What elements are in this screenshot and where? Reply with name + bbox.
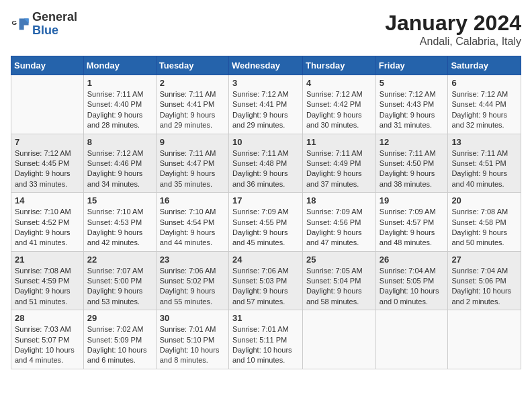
day-number: 4 (306, 78, 372, 88)
calendar-cell: 16Sunrise: 7:10 AMSunset: 4:54 PMDayligh… (156, 193, 228, 252)
day-number: 11 (306, 137, 372, 147)
calendar-header-row: SundayMondayTuesdayWednesdayThursdayFrid… (11, 56, 521, 75)
day-info: Sunrise: 7:11 AMSunset: 4:51 PMDaylight:… (451, 148, 517, 190)
day-number: 17 (232, 195, 299, 205)
logo-icon: G (11, 15, 30, 34)
calendar-cell: 23Sunrise: 7:06 AMSunset: 5:02 PMDayligh… (156, 251, 228, 310)
day-number: 20 (451, 195, 517, 205)
calendar-cell: 27Sunrise: 7:04 AMSunset: 5:06 PMDayligh… (448, 251, 521, 310)
day-number: 7 (15, 137, 80, 147)
calendar-cell: 19Sunrise: 7:09 AMSunset: 4:57 PMDayligh… (375, 193, 448, 252)
calendar-cell: 10Sunrise: 7:11 AMSunset: 4:48 PMDayligh… (228, 134, 302, 193)
day-number: 18 (306, 195, 372, 205)
day-number: 25 (306, 255, 372, 265)
day-number: 28 (15, 313, 80, 323)
weekday-header: Saturday (448, 56, 521, 75)
day-info: Sunrise: 7:06 AMSunset: 5:03 PMDaylight:… (232, 266, 299, 308)
calendar-cell: 9Sunrise: 7:11 AMSunset: 4:47 PMDaylight… (156, 134, 228, 193)
day-info: Sunrise: 7:01 AMSunset: 5:10 PMDaylight:… (160, 324, 225, 366)
day-info: Sunrise: 7:09 AMSunset: 4:57 PMDaylight:… (380, 207, 445, 248)
day-number: 27 (451, 255, 517, 265)
calendar-cell: 18Sunrise: 7:09 AMSunset: 4:56 PMDayligh… (303, 193, 376, 252)
day-info: Sunrise: 7:12 AMSunset: 4:43 PMDaylight:… (380, 89, 445, 131)
day-number: 19 (380, 195, 445, 205)
calendar-cell (375, 310, 448, 369)
calendar-cell: 30Sunrise: 7:01 AMSunset: 5:10 PMDayligh… (156, 310, 228, 369)
calendar-cell: 4Sunrise: 7:12 AMSunset: 4:42 PMDaylight… (303, 75, 376, 134)
day-number: 13 (451, 137, 517, 147)
day-info: Sunrise: 7:11 AMSunset: 4:50 PMDaylight:… (380, 148, 445, 190)
day-info: Sunrise: 7:06 AMSunset: 5:02 PMDaylight:… (160, 266, 225, 308)
day-info: Sunrise: 7:07 AMSunset: 5:00 PMDaylight:… (87, 266, 152, 308)
day-number: 26 (380, 255, 445, 265)
weekday-header: Monday (83, 56, 156, 75)
calendar-week-row: 28Sunrise: 7:03 AMSunset: 5:07 PMDayligh… (11, 310, 521, 369)
calendar-cell: 31Sunrise: 7:01 AMSunset: 5:11 PMDayligh… (228, 310, 302, 369)
calendar-cell (11, 75, 84, 134)
day-number: 3 (232, 78, 299, 88)
weekday-header: Friday (375, 56, 448, 75)
day-info: Sunrise: 7:01 AMSunset: 5:11 PMDaylight:… (232, 324, 299, 366)
day-number: 6 (451, 78, 517, 88)
day-number: 30 (160, 313, 225, 323)
calendar-cell: 17Sunrise: 7:09 AMSunset: 4:55 PMDayligh… (228, 193, 302, 252)
day-number: 1 (87, 78, 152, 88)
page-header: G General Blue January 2024 Andali, Cala… (11, 11, 521, 48)
svg-text:G: G (11, 19, 17, 26)
calendar-cell: 5Sunrise: 7:12 AMSunset: 4:43 PMDaylight… (375, 75, 448, 134)
day-info: Sunrise: 7:10 AMSunset: 4:54 PMDaylight:… (160, 207, 225, 248)
day-info: Sunrise: 7:09 AMSunset: 4:56 PMDaylight:… (306, 207, 372, 248)
day-number: 31 (232, 313, 299, 323)
day-info: Sunrise: 7:11 AMSunset: 4:47 PMDaylight:… (160, 148, 225, 190)
day-number: 12 (380, 137, 445, 147)
calendar-week-row: 7Sunrise: 7:12 AMSunset: 4:45 PMDaylight… (11, 134, 521, 193)
day-info: Sunrise: 7:12 AMSunset: 4:42 PMDaylight:… (306, 89, 372, 131)
day-info: Sunrise: 7:10 AMSunset: 4:52 PMDaylight:… (15, 207, 80, 248)
day-info: Sunrise: 7:08 AMSunset: 4:59 PMDaylight:… (15, 266, 80, 308)
page-title: January 2024 (385, 11, 521, 36)
day-number: 23 (160, 255, 225, 265)
day-number: 5 (380, 78, 445, 88)
day-number: 22 (87, 255, 152, 265)
calendar-cell: 12Sunrise: 7:11 AMSunset: 4:50 PMDayligh… (375, 134, 448, 193)
calendar-cell (303, 310, 376, 369)
weekday-header: Tuesday (156, 56, 228, 75)
day-number: 16 (160, 195, 225, 205)
day-number: 15 (87, 195, 152, 205)
day-info: Sunrise: 7:10 AMSunset: 4:53 PMDaylight:… (87, 207, 152, 248)
logo-text: General Blue (32, 11, 77, 38)
calendar-cell: 15Sunrise: 7:10 AMSunset: 4:53 PMDayligh… (83, 193, 156, 252)
day-info: Sunrise: 7:12 AMSunset: 4:45 PMDaylight:… (15, 148, 80, 190)
calendar-cell (448, 310, 521, 369)
day-number: 14 (15, 195, 80, 205)
day-number: 24 (232, 255, 299, 265)
weekday-header: Wednesday (228, 56, 302, 75)
title-block: January 2024 Andali, Calabria, Italy (385, 11, 521, 48)
calendar-cell: 6Sunrise: 7:12 AMSunset: 4:44 PMDaylight… (448, 75, 521, 134)
day-number: 21 (15, 255, 80, 265)
day-number: 9 (160, 137, 225, 147)
day-info: Sunrise: 7:11 AMSunset: 4:48 PMDaylight:… (232, 148, 299, 190)
calendar-cell: 2Sunrise: 7:11 AMSunset: 4:41 PMDaylight… (156, 75, 228, 134)
calendar-cell: 22Sunrise: 7:07 AMSunset: 5:00 PMDayligh… (83, 251, 156, 310)
calendar-cell: 26Sunrise: 7:04 AMSunset: 5:05 PMDayligh… (375, 251, 448, 310)
calendar-cell: 13Sunrise: 7:11 AMSunset: 4:51 PMDayligh… (448, 134, 521, 193)
day-info: Sunrise: 7:11 AMSunset: 4:41 PMDaylight:… (160, 89, 225, 131)
day-info: Sunrise: 7:12 AMSunset: 4:46 PMDaylight:… (87, 148, 152, 190)
calendar-cell: 28Sunrise: 7:03 AMSunset: 5:07 PMDayligh… (11, 310, 84, 369)
weekday-header: Thursday (303, 56, 376, 75)
day-info: Sunrise: 7:09 AMSunset: 4:55 PMDaylight:… (232, 207, 299, 248)
logo-general-text: General (32, 11, 77, 24)
day-info: Sunrise: 7:05 AMSunset: 5:04 PMDaylight:… (306, 266, 372, 308)
day-number: 8 (87, 137, 152, 147)
page-subtitle: Andali, Calabria, Italy (385, 36, 521, 48)
calendar-week-row: 1Sunrise: 7:11 AMSunset: 4:40 PMDaylight… (11, 75, 521, 134)
day-info: Sunrise: 7:12 AMSunset: 4:44 PMDaylight:… (451, 89, 517, 131)
day-number: 2 (160, 78, 225, 88)
calendar-cell: 7Sunrise: 7:12 AMSunset: 4:45 PMDaylight… (11, 134, 84, 193)
calendar-table: SundayMondayTuesdayWednesdayThursdayFrid… (11, 56, 521, 369)
calendar-cell: 1Sunrise: 7:11 AMSunset: 4:40 PMDaylight… (83, 75, 156, 134)
day-info: Sunrise: 7:11 AMSunset: 4:49 PMDaylight:… (306, 148, 372, 190)
calendar-cell: 8Sunrise: 7:12 AMSunset: 4:46 PMDaylight… (83, 134, 156, 193)
calendar-week-row: 21Sunrise: 7:08 AMSunset: 4:59 PMDayligh… (11, 251, 521, 310)
